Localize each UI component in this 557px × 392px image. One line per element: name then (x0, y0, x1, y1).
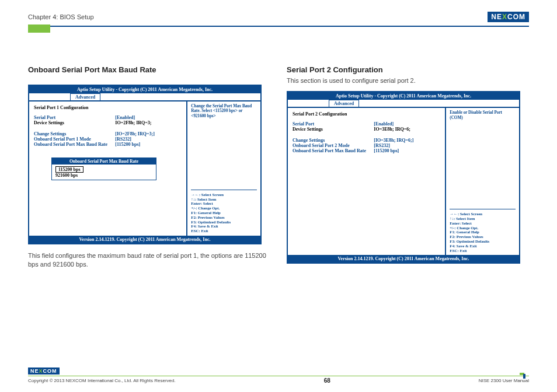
chapter-label: Chapter 4: BIOS Setup (28, 13, 94, 20)
brand-pre: NE (30, 368, 39, 374)
popup-option-selected[interactable]: 115200 bps (55, 166, 83, 173)
setting-value: [IO=3E8h; IRQ=6;] (374, 138, 440, 143)
help-key-line: F4: Save & Exit (450, 244, 516, 249)
brand-post: COM (43, 368, 57, 374)
setting-value: IO=3E8h; IRQ=6; (374, 127, 440, 132)
setting-label: Onboard Serial Port 1 Mode (34, 136, 115, 142)
setting-value: [RS232] (374, 143, 440, 148)
footer-logo: NEXCOM (28, 368, 529, 374)
setting-label: Serial Port (293, 121, 374, 127)
left-caption: This field configures the maximum baud r… (28, 251, 267, 270)
right-column: Serial Port 2 Configuration This section… (287, 65, 529, 270)
setting-value: [Enabled] (374, 121, 440, 127)
bios-tab-row: Advanced (288, 100, 519, 108)
bios-setting-row[interactable]: Onboard Serial Port Max Baud Rate[115200… (34, 142, 182, 147)
brand-logo-box: NEXCOM (488, 12, 529, 22)
footer-rule (28, 376, 529, 377)
help-key-line: F4: Save & Exit (191, 224, 257, 229)
setting-label: Onboard Serial Port 2 Mode (293, 143, 374, 148)
bios-setting-row[interactable]: Change Settings[IO=2F8h; IRQ=3;] (34, 131, 182, 136)
brand-post: COM (507, 13, 525, 21)
bios-title: Aptio Setup Utility - Copyright (C) 2011… (288, 92, 519, 100)
popup-title: Onboard Serial Port Max Baud Rate (52, 158, 156, 164)
help-keys: →←: Select Screen↑↓: Select ItemEnter: S… (191, 190, 257, 233)
bios-footer: Version 2.14.1219. Copyright (C) 2011 Am… (29, 236, 260, 243)
bios-setting-row[interactable]: Device SettingsIO=2F8h; IRQ=3; (34, 120, 182, 125)
page-number: 68 (324, 377, 330, 384)
help-key-line: F1: General Help (450, 230, 516, 235)
help-key-line: ESC: Exit (450, 249, 516, 253)
left-section-title: Onboard Serial Port Max Baud Rate (28, 65, 270, 74)
brand-logo: NEXCOM (488, 12, 529, 22)
help-key-line: ↑↓: Select Item (191, 197, 257, 202)
bios-rows-group-2: Change Settings[IO=2F8h; IRQ=3;]Onboard … (34, 131, 182, 147)
setting-value: [IO=2F8h; IRQ=3;] (115, 131, 182, 136)
setting-value: [115200 bps] (374, 148, 440, 153)
bios-setting-row[interactable]: Onboard Serial Port 2 Mode[RS232] (293, 143, 440, 148)
help-text: Change the Serial Port Max Baud Rate. Se… (191, 104, 257, 118)
brand-pre: NE (491, 13, 502, 21)
popup-options: 115200 bps 921600 bps (52, 164, 156, 180)
baud-rate-popup[interactable]: Onboard Serial Port Max Baud Rate 115200… (51, 158, 156, 180)
bios-setting-row[interactable]: Serial Port[Enabled] (34, 115, 182, 120)
bios-setting-row[interactable]: Onboard Serial Port 1 Mode[RS232] (34, 136, 182, 142)
bios-tab-advanced[interactable]: Advanced (329, 100, 359, 107)
bios-title: Aptio Setup Utility - Copyright (C) 2011… (29, 86, 260, 93)
popup-option[interactable]: 921600 bps (55, 173, 152, 178)
setting-label: Onboard Serial Port Max Baud Rate (34, 142, 115, 147)
manual-name: NISE 2300 User Manual (479, 378, 529, 383)
setting-value: IO=2F8h; IRQ=3; (115, 120, 182, 125)
setting-label: Onboard Serial Port Max Baud Rate (293, 148, 374, 153)
setting-value: [Enabled] (115, 115, 182, 120)
brand-x: X (39, 368, 43, 374)
bios-rows-group-1: Serial Port[Enabled]Device SettingsIO=3E… (293, 121, 440, 132)
bios-setting-row[interactable]: Serial Port[Enabled] (293, 121, 440, 127)
help-key-line: +/-: Change Opt. (450, 226, 516, 230)
bios-help-pane: Change the Serial Port Max Baud Rate. Se… (186, 102, 260, 236)
bios-tab-advanced[interactable]: Advanced (70, 93, 100, 100)
setting-value: [RS232] (115, 136, 182, 142)
bios-setting-row[interactable]: Device SettingsIO=3E8h; IRQ=6; (293, 127, 440, 132)
header-rule (28, 26, 529, 27)
help-key-line: Enter: Select (191, 201, 257, 206)
content-columns: Onboard Serial Port Max Baud Rate Aptio … (28, 65, 529, 270)
bios-body: Serial Port 1 Configuration Serial Port[… (29, 102, 260, 236)
help-key-line: →←: Select Screen (191, 192, 257, 197)
bios-footer: Version 2.14.1219. Copyright (C) 2011 Am… (288, 255, 519, 262)
bios-help-pane: Enable or Disable Serial Port (COM) →←: … (445, 108, 519, 255)
help-key-line: Enter: Select (450, 221, 516, 226)
config-title: Serial Port 1 Configuration (34, 105, 182, 110)
bios-rows-group-1: Serial Port[Enabled]Device SettingsIO=2F… (34, 115, 182, 125)
help-key-line: →←: Select Screen (450, 212, 516, 216)
help-key-line: F2: Previous Values (191, 215, 257, 220)
help-key-line: F1: General Help (191, 211, 257, 215)
setting-label: Change Settings (34, 131, 115, 136)
bios-tab-row: Advanced (29, 93, 260, 102)
bios-rows-group-2: Change Settings[IO=3E8h; IRQ=6;]Onboard … (293, 138, 440, 153)
help-key-line: F3: Optimized Defaults (450, 239, 516, 244)
help-key-line: ESC: Exit (191, 229, 257, 233)
help-key-line: +/-: Change Opt. (191, 206, 257, 211)
page-footer: NEXCOM Copyright © 2013 NEXCOM Internati… (28, 368, 529, 384)
bios-left-pane: Serial Port 1 Configuration Serial Port[… (29, 102, 186, 236)
bios-setting-row[interactable]: Change Settings[IO=3E8h; IRQ=6;] (293, 138, 440, 143)
setting-value: [115200 bps] (115, 142, 182, 147)
bios-body: Serial Port 2 Configuration Serial Port[… (288, 108, 519, 255)
help-key-line: F3: Optimized Defaults (191, 220, 257, 225)
brand-x: X (502, 13, 507, 21)
help-key-line: ↑↓: Select Item (450, 216, 516, 221)
help-key-line: F2: Previous Values (450, 235, 516, 239)
right-section-title: Serial Port 2 Configuration (287, 65, 529, 74)
bios-panel-left: Aptio Setup Utility - Copyright (C) 2011… (28, 85, 262, 244)
footer-logo-box: NEXCOM (28, 368, 60, 374)
bios-panel-right: Aptio Setup Utility - Copyright (C) 2011… (287, 91, 520, 264)
bios-setting-row[interactable]: Onboard Serial Port Max Baud Rate[115200… (293, 148, 440, 153)
left-column: Onboard Serial Port Max Baud Rate Aptio … (28, 65, 270, 270)
help-text: Enable or Disable Serial Port (COM) (450, 110, 516, 120)
right-description: This section is used to configure serial… (287, 76, 529, 85)
help-keys: →←: Select Screen↑↓: Select ItemEnter: S… (450, 209, 516, 253)
bios-left-pane: Serial Port 2 Configuration Serial Port[… (288, 108, 445, 255)
footer-corner-icon (520, 373, 525, 379)
setting-label: Device Settings (293, 127, 374, 132)
config-title: Serial Port 2 Configuration (293, 111, 440, 117)
